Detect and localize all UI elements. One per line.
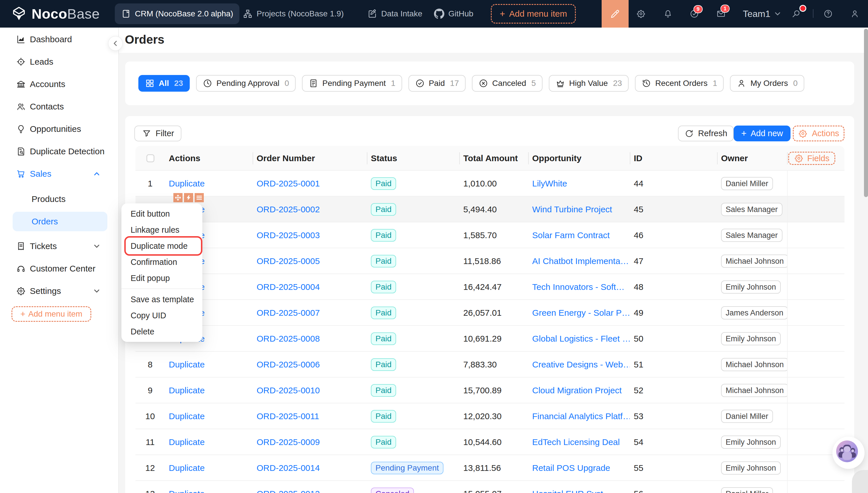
order-number-link[interactable]: ORD-2025-0007 [257,308,320,318]
duplicate-action-link[interactable]: Duplicate [169,179,205,188]
order-number-link[interactable]: ORD-2025-0011 [257,411,319,421]
order-number-link[interactable]: ORD-2025-0009 [257,437,320,447]
page-scrollbar[interactable] [864,29,868,197]
sidebar-item[interactable]: Tickets [0,235,118,257]
sidebar-item[interactable]: Products [0,188,118,210]
context-menu-item[interactable]: Confirmation [121,254,202,270]
sidebar-item[interactable]: Duplicate Detection [0,140,118,163]
nocobase-logo[interactable]: NocoBase [10,0,99,27]
duplicate-action-link[interactable]: Duplicate [169,437,205,447]
order-number-link[interactable]: ORD-2025-0005 [257,256,320,266]
opportunity-link[interactable]: Retail POS Upgrade [532,463,610,473]
order-number-link[interactable]: ORD-2025-0003 [257,230,320,240]
context-menu-item[interactable]: Delete [121,323,202,340]
context-menu-item[interactable]: Save as template [121,291,202,307]
status-tag: Paid [371,436,396,448]
sidebar-item[interactable]: Opportunities [0,118,118,140]
order-number-link[interactable]: ORD-2025-0008 [257,334,320,343]
opportunity-link[interactable]: Green Energy - Solar P… [532,308,630,318]
opportunity-link[interactable]: Hospital EHR Syst… [532,489,612,493]
settings-gear-button[interactable] [631,0,651,27]
team-selector[interactable]: Team1 [743,0,781,27]
designer-menu-button[interactable] [195,193,204,202]
duplicate-action-link[interactable]: Duplicate [169,386,205,395]
duplicate-action-link[interactable]: Duplicate [169,489,205,493]
opportunity-link[interactable]: Financial Analytics Platf… [532,411,630,421]
order-number-link[interactable]: ORD-2025-0001 [257,179,320,188]
notifications-button[interactable] [658,0,678,27]
order-number-link[interactable]: ORD-2025-0002 [257,205,320,214]
add-new-button[interactable]: + Add new [734,126,791,141]
duplicate-action-link[interactable]: Duplicate [169,360,205,369]
ui-editor-button[interactable] [602,0,629,27]
opportunity-link[interactable]: Global Logistics - Fleet … [532,334,630,343]
filler-cell [787,326,844,352]
sidebar-item[interactable]: Contacts [0,95,118,118]
fields-button[interactable]: Fields [788,152,835,165]
search-notification-dot [800,6,805,11]
sidebar-add-menu-item-button[interactable]: +Add menu item [12,306,91,322]
select-all-checkbox[interactable] [146,154,155,162]
actions-button[interactable]: Actions [793,126,844,141]
help-button[interactable] [818,0,838,27]
nav-tab-github[interactable]: GitHub [428,3,480,24]
sidebar-collapse-button[interactable] [108,36,123,51]
sidebar-item[interactable]: Dashboard [0,28,118,50]
nav-add-menu-item-button[interactable]: +Add menu item [491,4,576,24]
linkage-rules-button[interactable] [184,193,193,202]
column-header-order-number[interactable]: Order Number [253,146,367,171]
filter-tab[interactable]: My Orders 0 [730,75,804,92]
user-profile-button[interactable] [845,0,865,27]
opportunity-link[interactable]: Wind Turbine Project [532,205,612,214]
column-header-owner[interactable]: Owner [717,146,787,171]
filter-button[interactable]: Filter [134,126,181,141]
order-number-link[interactable]: ORD-2025-0010 [257,386,320,395]
order-number-link[interactable]: ORD-2025-0014 [257,463,320,473]
id-cell: 56 [630,489,717,493]
context-menu-item[interactable]: Edit popup [121,270,202,286]
duplicate-action-link[interactable]: Duplicate [169,463,205,473]
column-header-opportunity[interactable]: Opportunity [528,146,630,171]
opportunity-link[interactable]: EdTech Licensing Deal [532,437,620,447]
order-number-link[interactable]: ORD-2025-0006 [257,360,320,369]
drag-move-button[interactable] [174,193,183,202]
filler-cell [787,300,844,326]
sidebar-item[interactable]: Settings [0,280,118,302]
column-header-total-amount[interactable]: Total Amount [459,146,528,171]
messages-button[interactable] [711,0,731,27]
context-menu-item[interactable]: Edit button [121,206,202,222]
order-number-link[interactable]: ORD-2025-0012 [257,489,320,493]
opportunity-link[interactable]: LilyWhite [532,179,567,188]
nav-tab-crm[interactable]: CRM (NocoBase 2.0 alpha) [115,3,239,24]
filter-tab[interactable]: All 23 [138,75,190,92]
context-menu-item[interactable]: Copy UID [121,307,202,323]
filter-tab[interactable]: Canceled 5 [472,75,543,92]
duplicate-action-link[interactable]: Duplicate [169,411,205,421]
filter-tab[interactable]: Recent Orders 1 [635,75,724,92]
opportunity-link[interactable]: Cloud Migration Project [532,386,622,395]
sidebar-item[interactable]: Customer Center [0,257,118,280]
order-number-link[interactable]: ORD-2025-0004 [257,282,320,292]
sidebar-item[interactable]: Accounts [0,73,118,95]
nav-tab-projects[interactable]: Projects (NocoBase 1.9) [236,3,350,24]
nav-tab-data-intake[interactable]: Data Intake [361,3,429,24]
filter-tab[interactable]: High Value 23 [549,75,629,92]
filter-tab[interactable]: Pending Payment 1 [302,75,402,92]
sidebar-item[interactable]: Sales [0,163,118,185]
opportunity-link[interactable]: Solar Farm Contract [532,230,610,240]
refresh-button[interactable]: Refresh [678,126,734,141]
column-header-id[interactable]: ID [630,146,717,171]
opportunity-link[interactable]: AI Chatbot Implementa… [532,256,629,266]
filter-tab[interactable]: Pending Approval 0 [196,75,296,92]
search-button[interactable] [786,0,806,27]
tasks-button[interactable] [685,0,704,27]
opportunity-link[interactable]: Tech Innovators - Soft… [532,282,624,292]
sidebar-item[interactable]: Leads [0,50,118,73]
filter-tab[interactable]: Paid 17 [408,75,465,92]
column-header-actions[interactable]: Actions [165,146,253,171]
column-header-status[interactable]: Status [367,146,459,171]
sidebar-item-orders-active[interactable]: Orders [13,212,107,231]
opportunity-link[interactable]: Creative Designs - Web… [532,360,630,369]
assistant-avatar[interactable] [836,441,858,462]
context-menu-item[interactable]: Linkage rules [121,222,202,238]
